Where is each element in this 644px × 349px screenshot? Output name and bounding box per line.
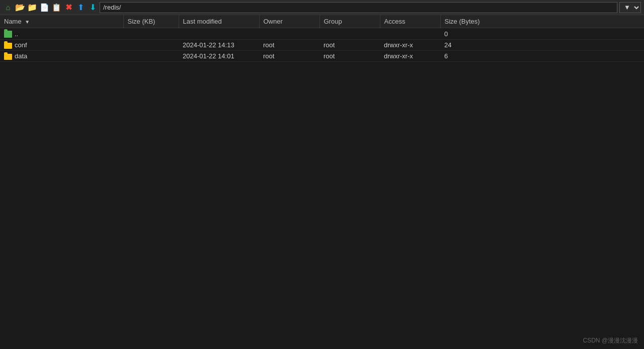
toolbar: ⌂ 📂 📁 📄 📋 ✖ ⬆ ⬇ ▼ (0, 0, 644, 15)
open-folder-icon[interactable]: 📁 (27, 3, 37, 13)
download-icon[interactable]: ⬇ (88, 3, 98, 13)
cell-last-modified: 2024-01-22 14:13 (179, 40, 259, 51)
col-header-size-bytes[interactable]: Size (Bytes) (440, 15, 644, 28)
cell-last-modified: 2024-01-22 14:01 (179, 51, 259, 62)
path-dropdown[interactable]: ▼ (619, 2, 641, 13)
new-file-icon[interactable]: 📄 (39, 3, 49, 13)
watermark: CSDN @漫漫沈漫漫 (583, 336, 638, 345)
cell-size-kb (123, 51, 179, 62)
cell-size-bytes: 0 (440, 28, 644, 40)
upload-icon[interactable]: ⬆ (75, 3, 86, 13)
cell-last-modified (179, 28, 259, 40)
cell-owner: root (259, 40, 319, 51)
cell-owner (259, 28, 319, 40)
cell-owner: root (259, 51, 319, 62)
cell-access: drwxr-xr-x (380, 51, 440, 62)
cell-group: root (319, 51, 380, 62)
table-row[interactable]: data2024-01-22 14:01rootrootdrwxr-xr-x6 (0, 51, 644, 62)
cell-size-bytes: 6 (440, 51, 644, 62)
cell-access (380, 28, 440, 40)
col-header-last-modified[interactable]: Last modified (179, 15, 259, 28)
col-header-access[interactable]: Access (380, 15, 440, 28)
table-row[interactable]: conf2024-01-22 14:13rootrootdrwxr-xr-x24 (0, 40, 644, 51)
sort-name-arrow: ▼ (25, 19, 30, 25)
cell-size-bytes: 24 (440, 40, 644, 51)
col-header-size-kb[interactable]: Size (KB) (123, 15, 179, 28)
cell-name: data (0, 51, 123, 62)
folder-icon (4, 43, 12, 49)
cell-name: .. (0, 28, 123, 40)
open-file-icon[interactable]: 📋 (51, 3, 61, 13)
file-table: Name ▼ Size (KB) Last modified Owner Gro… (0, 15, 644, 62)
cell-group: root (319, 40, 380, 51)
cell-name: conf (0, 40, 123, 51)
parent-folder-icon (4, 31, 12, 38)
col-header-name[interactable]: Name ▼ (0, 15, 123, 28)
home-icon[interactable]: ⌂ (3, 3, 13, 13)
cell-group (319, 28, 380, 40)
file-name: .. (15, 30, 18, 38)
file-name: data (15, 52, 27, 60)
path-input[interactable] (100, 2, 617, 13)
cell-size-kb (123, 40, 179, 51)
col-header-group[interactable]: Group (319, 15, 380, 28)
col-header-owner[interactable]: Owner (259, 15, 319, 28)
folder-icon (4, 54, 12, 60)
file-name: conf (15, 41, 27, 49)
cell-size-kb (123, 28, 179, 40)
delete-icon[interactable]: ✖ (63, 3, 73, 13)
table-row[interactable]: ..0 (0, 28, 644, 40)
cell-access: drwxr-xr-x (380, 40, 440, 51)
new-folder-icon[interactable]: 📂 (15, 3, 25, 13)
